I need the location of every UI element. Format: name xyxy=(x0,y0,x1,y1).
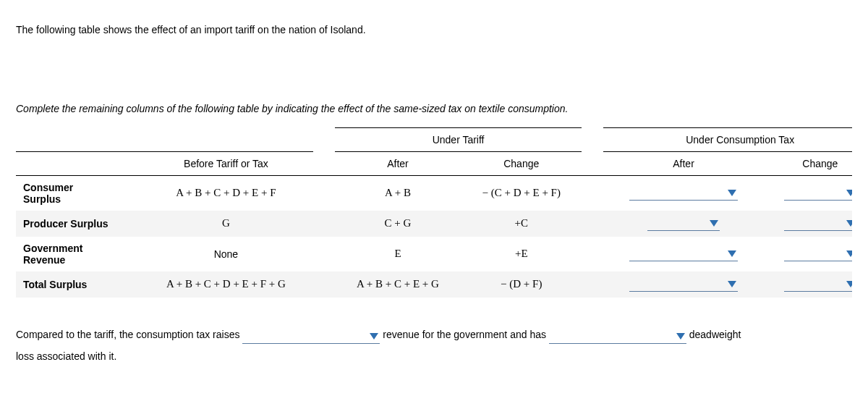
dropdown-gr-tax-after[interactable] xyxy=(629,247,738,261)
col-tax-change: Change xyxy=(764,151,852,175)
cell-gr-before: None xyxy=(139,237,313,271)
table-row: Total Surplus A + B + C + D + E + F + G … xyxy=(16,271,852,298)
row-label-total-surplus: Total Surplus xyxy=(16,271,139,298)
chevron-down-icon xyxy=(710,220,718,227)
col-before: Before Tariff or Tax xyxy=(139,151,313,175)
dropdown-deadweight-comparison[interactable] xyxy=(549,329,686,344)
cell-cs-before: A + B + C + D + E + F xyxy=(139,175,313,211)
dropdown-ps-tax-after[interactable] xyxy=(647,216,720,231)
closing-part3: deadweight xyxy=(689,329,741,340)
cell-ts-before: A + B + C + D + E + F + G xyxy=(139,271,313,298)
cell-gr-tax-after xyxy=(603,237,763,271)
dropdown-ts-tax-after[interactable] xyxy=(629,277,738,292)
cell-cs-tariff-change: − (C + D + E + F) xyxy=(461,175,582,211)
col-tariff-after: After xyxy=(335,151,461,175)
row-label-consumer: Consumer xyxy=(16,175,139,193)
cell-ps-tariff-change: +C xyxy=(461,211,582,237)
cell-cs-tax-change xyxy=(764,175,852,211)
dropdown-cs-tax-change[interactable] xyxy=(784,186,852,201)
cell-gr-tariff-change: +E xyxy=(461,237,582,271)
chevron-down-icon xyxy=(370,333,378,340)
cell-ps-before: G xyxy=(139,211,313,237)
dropdown-ts-tax-change[interactable] xyxy=(784,277,852,292)
cell-ts-tariff-after: A + B + C + E + G xyxy=(335,271,461,298)
chevron-down-icon xyxy=(846,190,852,196)
dropdown-cs-tax-after[interactable] xyxy=(629,186,738,201)
row-label-government: Government xyxy=(16,237,139,254)
dropdown-gr-tax-change[interactable] xyxy=(784,247,852,261)
col-group-under-tariff: Under Tariff xyxy=(335,127,582,151)
cell-cs-tax-after xyxy=(603,175,763,211)
cell-ps-tax-change xyxy=(764,211,852,237)
instruction-text: Complete the remaining columns of the fo… xyxy=(16,103,852,114)
cell-ts-tax-after xyxy=(603,271,763,298)
cell-gr-tax-change xyxy=(764,237,852,271)
table-row: Producer Surplus G C + G +C xyxy=(16,211,852,237)
chevron-down-icon xyxy=(846,281,852,287)
chevron-down-icon xyxy=(846,250,852,257)
cell-ps-tax-after xyxy=(603,211,763,237)
dropdown-ps-tax-change[interactable] xyxy=(784,216,852,231)
col-tariff-change: Change xyxy=(461,151,582,175)
chevron-down-icon xyxy=(846,220,852,227)
col-tax-after: After xyxy=(603,151,763,175)
row-label-revenue: Revenue xyxy=(16,254,139,271)
cell-gr-tariff-after: E xyxy=(335,237,461,271)
closing-sentence: Compared to the tariff, the consumption … xyxy=(16,324,852,368)
table-scroll-container[interactable]: Under Tariff Under Consumption Tax Befor… xyxy=(16,127,852,302)
closing-part4: loss associated with it. xyxy=(16,350,116,362)
tariff-tax-table: Under Tariff Under Consumption Tax Befor… xyxy=(16,127,852,298)
chevron-down-icon xyxy=(728,281,736,287)
cell-ts-tax-change xyxy=(764,271,852,298)
cell-ts-tariff-change: − (D + F) xyxy=(461,271,582,298)
intro-text: The following table shows the effect of … xyxy=(16,23,852,38)
closing-part1: Compared to the tariff, the consumption … xyxy=(16,329,239,340)
chevron-down-icon xyxy=(676,333,685,340)
closing-part2: revenue for the government and has xyxy=(383,329,546,340)
cell-ps-tariff-after: C + G xyxy=(335,211,461,237)
col-group-under-tax: Under Consumption Tax xyxy=(603,127,852,151)
chevron-down-icon xyxy=(728,190,736,196)
dropdown-revenue-comparison[interactable] xyxy=(242,329,380,344)
row-label-surplus: Surplus xyxy=(16,193,139,211)
table-row: Consumer A + B + C + D + E + F A + B − (… xyxy=(16,175,852,193)
table-row: Government None E +E xyxy=(16,237,852,254)
cell-cs-tariff-after: A + B xyxy=(335,175,461,211)
row-label-producer-surplus: Producer Surplus xyxy=(16,211,139,237)
chevron-down-icon xyxy=(728,250,736,257)
